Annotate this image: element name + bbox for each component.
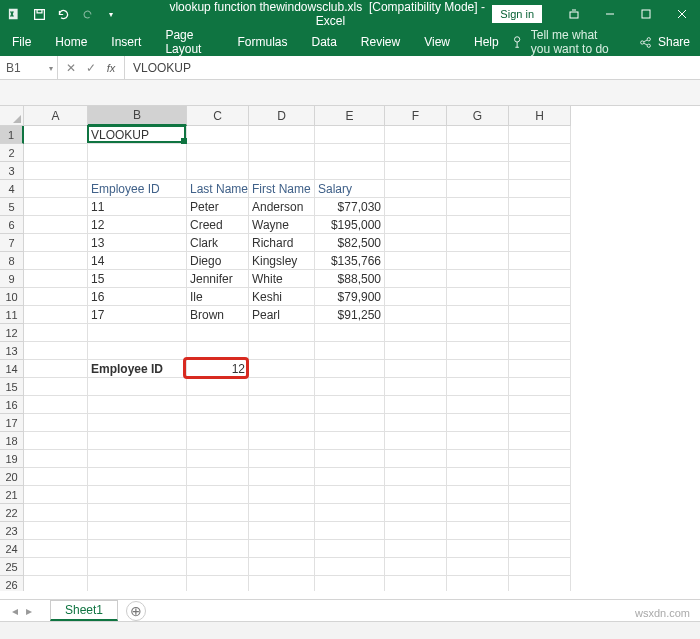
cell[interactable]	[509, 234, 571, 252]
row-header[interactable]: 6	[0, 216, 24, 234]
cell[interactable]	[315, 432, 385, 450]
cell[interactable]	[187, 486, 249, 504]
sheet-nav-prev-icon[interactable]: ◂	[8, 604, 22, 618]
cell[interactable]	[24, 180, 88, 198]
cell[interactable]	[315, 576, 385, 591]
cell[interactable]: 13	[88, 234, 187, 252]
row-header[interactable]: 8	[0, 252, 24, 270]
cell[interactable]	[447, 324, 509, 342]
cell[interactable]	[187, 468, 249, 486]
cell[interactable]	[187, 144, 249, 162]
cell[interactable]: Employee ID	[88, 180, 187, 198]
cell[interactable]	[447, 540, 509, 558]
signin-button[interactable]: Sign in	[492, 5, 542, 23]
cell[interactable]	[509, 144, 571, 162]
cell[interactable]	[385, 360, 447, 378]
cell[interactable]	[315, 162, 385, 180]
cell[interactable]	[447, 360, 509, 378]
cell[interactable]	[24, 504, 88, 522]
cell[interactable]	[385, 252, 447, 270]
namebox-dropdown-icon[interactable]: ▾	[49, 63, 53, 72]
column-header[interactable]: C	[187, 106, 249, 126]
row-header[interactable]: 1	[0, 126, 24, 144]
cell[interactable]	[447, 468, 509, 486]
cell[interactable]	[447, 162, 509, 180]
cell[interactable]	[24, 288, 88, 306]
cell[interactable]	[509, 216, 571, 234]
cell[interactable]: 14	[88, 252, 187, 270]
cell[interactable]	[24, 234, 88, 252]
cell[interactable]	[315, 486, 385, 504]
cell[interactable]	[315, 396, 385, 414]
cell[interactable]	[509, 414, 571, 432]
cell[interactable]	[249, 450, 315, 468]
cell[interactable]	[24, 342, 88, 360]
cell[interactable]	[249, 378, 315, 396]
cell[interactable]	[315, 324, 385, 342]
cell[interactable]	[88, 450, 187, 468]
cell[interactable]	[88, 468, 187, 486]
cell[interactable]: Clark	[187, 234, 249, 252]
cell[interactable]	[88, 558, 187, 576]
cell[interactable]	[88, 504, 187, 522]
cell[interactable]	[315, 540, 385, 558]
cell[interactable]	[249, 360, 315, 378]
cell[interactable]	[509, 288, 571, 306]
cell[interactable]: 11	[88, 198, 187, 216]
cell[interactable]	[385, 288, 447, 306]
cell[interactable]	[509, 504, 571, 522]
cell[interactable]	[24, 198, 88, 216]
cell[interactable]	[509, 270, 571, 288]
cell[interactable]	[385, 486, 447, 504]
select-all-button[interactable]	[0, 106, 24, 126]
cell[interactable]	[509, 450, 571, 468]
cell[interactable]	[447, 486, 509, 504]
cell[interactable]: Employee ID	[88, 360, 187, 378]
cell[interactable]	[24, 522, 88, 540]
cell[interactable]: $135,766	[315, 252, 385, 270]
cell[interactable]	[249, 558, 315, 576]
cell[interactable]	[187, 432, 249, 450]
row-header[interactable]: 16	[0, 396, 24, 414]
qat-more-icon[interactable]: ▾	[100, 3, 122, 25]
row-header[interactable]: 13	[0, 342, 24, 360]
cell[interactable]	[24, 396, 88, 414]
row-header[interactable]: 11	[0, 306, 24, 324]
cell[interactable]	[24, 216, 88, 234]
row-header[interactable]: 3	[0, 162, 24, 180]
cell[interactable]	[385, 342, 447, 360]
row-header[interactable]: 9	[0, 270, 24, 288]
row-header[interactable]: 10	[0, 288, 24, 306]
cell[interactable]	[24, 324, 88, 342]
cell[interactable]	[385, 180, 447, 198]
cell[interactable]	[88, 162, 187, 180]
tab-data[interactable]: Data	[300, 28, 349, 56]
cell[interactable]	[385, 162, 447, 180]
cell[interactable]	[249, 504, 315, 522]
cell[interactable]	[24, 306, 88, 324]
cell[interactable]	[315, 342, 385, 360]
cell[interactable]	[249, 342, 315, 360]
cell[interactable]	[249, 576, 315, 591]
row-header[interactable]: 2	[0, 144, 24, 162]
cell[interactable]	[24, 252, 88, 270]
row-header[interactable]: 17	[0, 414, 24, 432]
cell[interactable]	[447, 558, 509, 576]
cell[interactable]	[385, 306, 447, 324]
cell[interactable]	[249, 468, 315, 486]
cell[interactable]	[249, 144, 315, 162]
cell[interactable]	[509, 252, 571, 270]
cell[interactable]	[24, 558, 88, 576]
cell[interactable]	[24, 162, 88, 180]
row-header[interactable]: 25	[0, 558, 24, 576]
cell[interactable]	[24, 432, 88, 450]
sheet-nav-next-icon[interactable]: ▸	[22, 604, 36, 618]
cell[interactable]	[385, 144, 447, 162]
ribbon-options-icon[interactable]	[556, 0, 592, 28]
cell[interactable]	[88, 396, 187, 414]
cell[interactable]	[447, 432, 509, 450]
cell[interactable]	[447, 198, 509, 216]
cell[interactable]	[385, 414, 447, 432]
cell[interactable]	[249, 540, 315, 558]
enter-edit-icon[interactable]: ✓	[82, 59, 100, 77]
